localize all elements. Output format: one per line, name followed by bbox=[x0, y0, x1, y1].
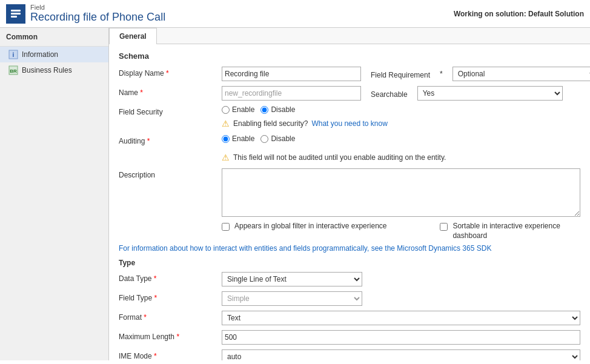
display-name-row: Display Name * Field Requirement * Optio… bbox=[119, 67, 580, 81]
tab-general[interactable]: General bbox=[109, 28, 157, 44]
name-controls: Searchable Yes No bbox=[222, 86, 580, 101]
description-label: Description bbox=[119, 168, 216, 179]
searchable-label: Searchable bbox=[371, 88, 408, 99]
sidebar: Common i Information BR Business Rules bbox=[0, 28, 109, 360]
field-security-enable-label[interactable]: Enable bbox=[222, 105, 254, 114]
content-area: General Schema Display Name * Field Requ… bbox=[109, 28, 590, 360]
description-textarea[interactable] bbox=[222, 168, 580, 217]
main-layout: Common i Information BR Business Rules bbox=[0, 28, 590, 360]
field-requirement-select[interactable]: Optional Business Required Business Reco… bbox=[452, 67, 590, 81]
auditing-disable-radio[interactable] bbox=[260, 135, 268, 143]
auditing-label: Auditing * bbox=[119, 134, 216, 145]
sidebar-item-information[interactable]: i Information bbox=[0, 47, 108, 62]
field-security-warning-text: Enabling field security? bbox=[233, 119, 308, 128]
max-length-label: Maximum Length * bbox=[119, 330, 216, 341]
svg-text:i: i bbox=[13, 51, 15, 58]
ime-mode-select[interactable]: auto active inactive disabled bbox=[222, 349, 580, 360]
field-type-row: Field Type * Simple Calculated Rollup bbox=[119, 291, 580, 306]
field-security-disable-radio[interactable] bbox=[260, 106, 268, 114]
field-security-warning-row: ⚠ Enabling field security? What you need… bbox=[222, 116, 580, 131]
global-filter-group: Appears in global filter in interactive … bbox=[222, 222, 428, 231]
data-type-row: Data Type * Single Line of Text Multiple… bbox=[119, 272, 580, 286]
field-security-enable-text: Enable bbox=[232, 105, 254, 114]
display-name-input[interactable] bbox=[222, 67, 361, 81]
working-on-label: Working on solution: Default Solution bbox=[454, 10, 584, 18]
sortable-checkbox[interactable] bbox=[440, 223, 448, 231]
auditing-warning-icon: ⚠ bbox=[222, 153, 230, 162]
sidebar-business-rules-label: Business Rules bbox=[22, 66, 72, 74]
sdk-info-row: For information about how to interact wi… bbox=[119, 244, 580, 253]
field-icon bbox=[6, 4, 25, 24]
format-row: Format * Text Email URL Phone Ticker Sym… bbox=[119, 311, 580, 325]
field-security-link[interactable]: What you need to know bbox=[311, 119, 387, 128]
sortable-label: Sortable in interactive experience dashb… bbox=[452, 222, 580, 240]
name-label: Name * bbox=[119, 86, 216, 97]
checkbox-row: Appears in global filter in interactive … bbox=[119, 222, 580, 240]
field-security-disable-text: Disable bbox=[271, 105, 295, 114]
sdk-info-text: For information about how to interact wi… bbox=[119, 244, 397, 253]
searchable-select[interactable]: Yes No bbox=[417, 86, 563, 101]
warning-icon: ⚠ bbox=[222, 119, 230, 128]
ime-mode-label: IME Mode * bbox=[119, 349, 216, 360]
auditing-row: Auditing * Enable Disable bbox=[119, 134, 580, 145]
auditing-enable-radio[interactable] bbox=[222, 135, 230, 143]
top-bar: Field Recording file of Phone Call Worki… bbox=[0, 0, 590, 28]
global-filter-checkbox[interactable] bbox=[222, 223, 230, 231]
global-filter-label: Appears in global filter in interactive … bbox=[234, 222, 386, 231]
auditing-enable-label[interactable]: Enable bbox=[222, 134, 254, 143]
auditing-enable-text: Enable bbox=[232, 134, 254, 143]
format-select[interactable]: Text Email URL Phone Ticker Symbol bbox=[222, 311, 580, 325]
name-input[interactable] bbox=[222, 86, 361, 101]
data-type-label: Data Type * bbox=[119, 272, 216, 283]
information-icon: i bbox=[8, 50, 18, 59]
sortable-group: Sortable in interactive experience dashb… bbox=[440, 222, 580, 240]
business-rules-icon: BR bbox=[8, 65, 18, 75]
ime-mode-row: IME Mode * auto active inactive disabled bbox=[119, 349, 580, 360]
tabs-bar: General bbox=[109, 28, 590, 44]
field-security-enable-radio[interactable] bbox=[222, 106, 230, 114]
top-bar-title-group: Field Recording file of Phone Call bbox=[30, 4, 165, 24]
description-row: Description bbox=[119, 168, 580, 217]
field-security-row: Field Security Enable Disable bbox=[119, 105, 580, 116]
auditing-radio-group: Enable Disable bbox=[222, 134, 295, 143]
display-name-controls: Field Requirement * Optional Business Re… bbox=[222, 67, 590, 81]
field-type-select[interactable]: Simple Calculated Rollup bbox=[222, 291, 362, 306]
auditing-warning-row: ⚠ This field will not be audited until y… bbox=[222, 150, 580, 165]
form-area: Schema Display Name * Field Requirement … bbox=[109, 44, 590, 360]
field-security-disable-label[interactable]: Disable bbox=[260, 105, 295, 114]
svg-rect-1 bbox=[11, 13, 21, 15]
field-type-label: Field Type * bbox=[119, 291, 216, 302]
sidebar-section-common: Common bbox=[0, 28, 108, 47]
auditing-warning-text: This field will not be audited until you… bbox=[233, 153, 446, 162]
max-length-input[interactable] bbox=[222, 330, 580, 345]
type-section-title: Type bbox=[119, 259, 580, 267]
field-security-label: Field Security bbox=[119, 105, 216, 116]
auditing-disable-text: Disable bbox=[271, 134, 295, 143]
sidebar-item-business-rules[interactable]: BR Business Rules bbox=[0, 62, 108, 78]
max-length-row: Maximum Length * bbox=[119, 330, 580, 345]
page-title: Recording file of Phone Call bbox=[30, 11, 165, 24]
data-type-select[interactable]: Single Line of Text Multiple Lines of Te… bbox=[222, 272, 362, 286]
sdk-link[interactable]: Microsoft Dynamics 365 SDK bbox=[397, 244, 491, 253]
field-security-radio-group: Enable Disable bbox=[222, 105, 295, 114]
display-name-label: Display Name * bbox=[119, 67, 216, 78]
svg-rect-0 bbox=[11, 10, 21, 12]
auditing-disable-label[interactable]: Disable bbox=[260, 134, 295, 143]
svg-text:BR: BR bbox=[10, 68, 17, 74]
schema-section-title: Schema bbox=[119, 51, 580, 61]
top-bar-left: Field Recording file of Phone Call bbox=[6, 4, 165, 24]
field-requirement-label: Field Requirement bbox=[371, 68, 430, 79]
display-name-required: * bbox=[166, 69, 169, 78]
format-label: Format * bbox=[119, 311, 216, 322]
field-label: Field bbox=[30, 4, 165, 11]
svg-rect-2 bbox=[11, 16, 17, 18]
sidebar-information-label: Information bbox=[22, 50, 58, 59]
name-row: Name * Searchable Yes No bbox=[119, 86, 580, 101]
